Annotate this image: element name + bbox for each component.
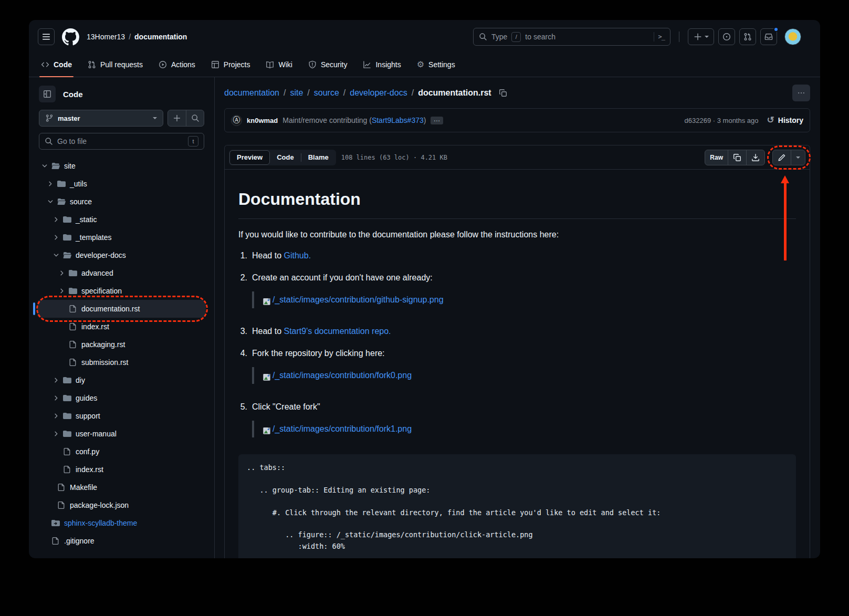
file-icon bbox=[69, 358, 77, 367]
tab-code[interactable]: Code bbox=[35, 53, 78, 77]
edit-file-button[interactable] bbox=[773, 150, 791, 165]
commit-pr-link[interactable]: Start9Labs#373 bbox=[372, 116, 424, 124]
tree-item-diy[interactable]: diy bbox=[37, 371, 206, 389]
repo-owner-link[interactable]: 13Homer13 bbox=[87, 33, 125, 41]
tree-item-conf.py[interactable]: conf.py bbox=[37, 443, 206, 461]
tree-item-support[interactable]: support bbox=[37, 407, 206, 425]
repo-name-link[interactable]: documentation bbox=[134, 33, 187, 41]
tree-item-label: _static bbox=[76, 215, 97, 224]
file-tree: site_utilssource_static_templatesdevelop… bbox=[29, 156, 214, 551]
tree-item-specification[interactable]: specification bbox=[37, 282, 206, 300]
repo-separator: / bbox=[129, 33, 131, 41]
list-item: 2. Create an account if you don't have o… bbox=[238, 272, 796, 316]
breadcrumb-link-source[interactable]: source bbox=[314, 88, 339, 98]
command-palette-icon[interactable]: >_ bbox=[658, 33, 665, 40]
start9-repo-link[interactable]: Start9's documentation repo. bbox=[284, 327, 391, 336]
latest-commit-bar: Ⓐ kn0wmad Maint/remove contributing (Sta… bbox=[224, 108, 810, 132]
image-link[interactable]: /_static/images/contribution/fork0.png bbox=[272, 368, 412, 383]
tree-item-submission.rst[interactable]: submission.rst bbox=[37, 353, 206, 371]
tab-pull-requests[interactable]: Pull requests bbox=[82, 53, 149, 77]
tree-item-_templates[interactable]: _templates bbox=[37, 228, 206, 246]
breadcrumb-current-file: documentation.rst bbox=[418, 88, 491, 98]
submodule-icon bbox=[51, 519, 60, 527]
chevron-right-icon bbox=[52, 412, 60, 420]
tree-item-package-lock.json[interactable]: package-lock.json bbox=[37, 496, 206, 514]
chevron-down-icon bbox=[52, 251, 60, 259]
commit-author-avatar[interactable]: Ⓐ bbox=[231, 115, 242, 126]
tree-item-label: Makefile bbox=[70, 483, 97, 492]
branch-selector[interactable]: master bbox=[39, 110, 163, 127]
user-avatar[interactable] bbox=[784, 28, 801, 45]
tree-item-label: documentation.rst bbox=[81, 305, 140, 313]
search-this-repo-button[interactable] bbox=[186, 110, 204, 126]
tree-item-source[interactable]: source bbox=[37, 193, 206, 211]
go-to-file-input[interactable]: Go to file t bbox=[39, 133, 204, 150]
file-icon bbox=[69, 305, 77, 313]
commit-author-link[interactable]: kn0wmad bbox=[247, 117, 278, 124]
tree-item-user-manual[interactable]: user-manual bbox=[37, 425, 206, 443]
plus-icon bbox=[173, 114, 181, 122]
image-blockquote: /_static/images/contribution/fork0.png bbox=[252, 367, 796, 384]
file-icon bbox=[57, 483, 66, 492]
chevron-down-icon bbox=[705, 36, 709, 38]
inbox-button[interactable] bbox=[760, 28, 777, 45]
tab-insights[interactable]: Insights bbox=[357, 53, 406, 77]
code-tab[interactable]: Code bbox=[270, 150, 301, 165]
tree-item-_static[interactable]: _static bbox=[37, 211, 206, 228]
tab-projects[interactable]: Projects bbox=[205, 53, 256, 77]
more-options-button[interactable] bbox=[792, 85, 810, 101]
tree-item-site[interactable]: site bbox=[37, 157, 206, 175]
tree-item-index.rst[interactable]: index.rst bbox=[37, 461, 206, 478]
create-new-button[interactable] bbox=[688, 28, 714, 45]
edit-dropdown-button[interactable] bbox=[791, 150, 805, 165]
tree-item-label: source bbox=[70, 197, 92, 206]
tree-item-packaging.rst[interactable]: packaging.rst bbox=[37, 336, 206, 353]
copy-file-button[interactable] bbox=[728, 150, 746, 165]
breadcrumb-link-site[interactable]: site bbox=[290, 88, 303, 98]
tree-item-developer-docs[interactable]: developer-docs bbox=[37, 246, 206, 264]
add-file-button[interactable] bbox=[168, 110, 186, 126]
tree-item-label: conf.py bbox=[76, 447, 99, 456]
tab-security[interactable]: Security bbox=[302, 53, 353, 77]
doc-intro: If you would like to contribute to the d… bbox=[238, 228, 796, 241]
global-search-input[interactable]: Type / to search >_ bbox=[473, 28, 670, 46]
tree-item-label: support bbox=[76, 412, 100, 420]
breadcrumb-link-developer-docs[interactable]: developer-docs bbox=[350, 88, 407, 98]
file-toolbar: Preview Code Blame 108 lines (63 loc) · … bbox=[225, 145, 810, 170]
blame-tab[interactable]: Blame bbox=[301, 150, 336, 165]
tree-indent-spacer bbox=[46, 483, 55, 492]
tree-item-label: package-lock.json bbox=[70, 501, 129, 509]
git-pull-request-icon bbox=[88, 60, 96, 69]
tree-item-guides[interactable]: guides bbox=[37, 389, 206, 407]
breadcrumb-link-documentation[interactable]: documentation bbox=[224, 88, 279, 98]
github-link[interactable]: Github. bbox=[284, 251, 311, 260]
tree-item-label: _utils bbox=[70, 180, 87, 188]
tree-item-Makefile[interactable]: Makefile bbox=[37, 478, 206, 496]
tab-actions[interactable]: Actions bbox=[153, 53, 201, 77]
tree-item-advanced[interactable]: advanced bbox=[37, 264, 206, 282]
tree-item-_utils[interactable]: _utils bbox=[37, 175, 206, 193]
history-link[interactable]: ↺ History bbox=[767, 116, 803, 125]
image-link[interactable]: /_static/images/contribution/fork1.png bbox=[272, 422, 412, 436]
tree-item-.gitignore[interactable]: .gitignore bbox=[37, 532, 206, 550]
raw-button[interactable]: Raw bbox=[705, 150, 728, 165]
breadcrumb: documentation / site / source / develope… bbox=[224, 88, 507, 98]
download-raw-button[interactable] bbox=[746, 150, 764, 165]
tree-item-label: advanced bbox=[81, 269, 113, 277]
commit-expand-button[interactable]: … bbox=[431, 117, 443, 124]
tree-item-documentation.rst[interactable]: documentation.rst bbox=[37, 300, 206, 318]
github-logo[interactable] bbox=[62, 28, 79, 46]
repo-breadcrumb: 13Homer13 / documentation bbox=[87, 33, 187, 41]
preview-tab[interactable]: Preview bbox=[229, 150, 270, 165]
collapse-sidebar-button[interactable] bbox=[39, 86, 56, 102]
goto-placeholder: Go to file bbox=[57, 137, 87, 145]
issues-button[interactable] bbox=[718, 28, 735, 45]
tree-item-sphinx-scylladb-theme[interactable]: sphinx-scylladb-theme bbox=[37, 514, 206, 532]
tab-settings[interactable]: ⚙ Settings bbox=[411, 53, 461, 77]
tab-wiki[interactable]: Wiki bbox=[260, 53, 298, 77]
tree-item-index.rst[interactable]: index.rst bbox=[37, 318, 206, 336]
image-link[interactable]: /_static/images/contribution/github-sign… bbox=[272, 293, 444, 307]
copy-path-icon[interactable] bbox=[499, 89, 507, 97]
pull-requests-button[interactable] bbox=[739, 28, 756, 45]
global-nav-menu-button[interactable] bbox=[38, 28, 55, 45]
